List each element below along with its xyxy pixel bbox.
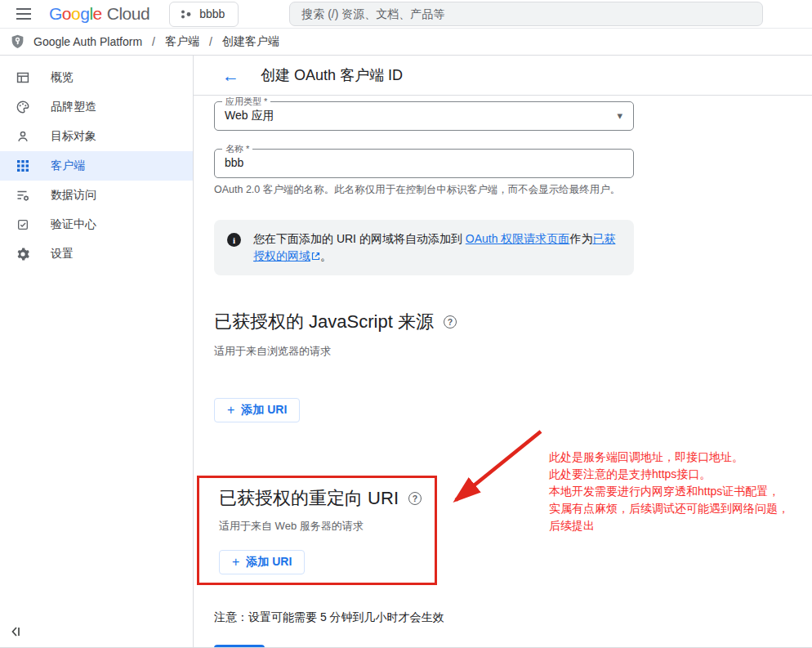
sidebar-item-label: 概览 [51, 70, 74, 85]
branding-palette-icon [16, 100, 30, 114]
google-cloud-console-page: Google Cloud bbbb Google Auth Platform /… [0, 0, 812, 648]
logo-letter: o [71, 4, 80, 23]
sidebar-item-label: 设置 [51, 247, 74, 261]
logo-cloud-text: Cloud [107, 4, 149, 24]
project-name: bbbb [199, 7, 225, 20]
logo-letter: o [62, 4, 71, 23]
breadcrumb: Google Auth Platform / 客户端 / 创建客户端 [0, 29, 812, 56]
client-name-field[interactable]: 名称 * [214, 149, 634, 178]
sidebar-item-label: 目标对象 [51, 129, 96, 144]
info-text-middle: 作为 [569, 232, 592, 245]
help-icon[interactable]: ? [444, 315, 457, 328]
verification-checkbox-icon [16, 217, 30, 232]
logo-letter: g [80, 4, 89, 23]
add-uri-button-redirect[interactable]: + 添加 URI [219, 550, 305, 574]
back-arrow-icon[interactable]: ← [219, 65, 243, 86]
project-selector[interactable]: bbbb [169, 2, 239, 27]
sidebar-item-branding[interactable]: 品牌塑造 [0, 92, 193, 122]
sidebar: 概览 品牌塑造 目标对象 客户端 数据访问 验证中心 [0, 56, 194, 648]
js-origins-title: 已获授权的 JavaScript 来源 [214, 310, 434, 334]
sidebar-item-label: 品牌塑造 [51, 100, 96, 114]
client-name-helper: OAuth 2.0 客户端的名称。此名称仅用于在控制台中标识客户端，而不会显示给… [214, 183, 634, 197]
breadcrumb-app[interactable]: Google Auth Platform [33, 35, 142, 48]
sidebar-item-audience[interactable]: 目标对象 [0, 122, 193, 151]
sidebar-item-data-access[interactable]: 数据访问 [0, 181, 193, 210]
add-uri-label: 添加 URI [246, 555, 292, 570]
sidebar-item-verification[interactable]: 验证中心 [0, 210, 193, 239]
breadcrumb-create-client[interactable]: 创建客户端 [222, 34, 279, 49]
breadcrumb-clients[interactable]: 客户端 [165, 34, 199, 49]
add-uri-button-js[interactable]: + 添加 URI [214, 398, 300, 422]
annotation-red-box: 已获授权的重定向 URI ? 适用于来自 Web 服务器的请求 + 添加 URI [197, 476, 437, 585]
sidebar-item-clients[interactable]: 客户端 [0, 151, 193, 181]
logo-letter: G [49, 4, 62, 23]
propagation-note: 注意：设置可能需要 5 分钟到几小时才会生效 [214, 610, 812, 625]
data-access-icon [16, 188, 30, 203]
info-text-before: 您在下面添加的 URI 的网域将自动添加到 [253, 232, 466, 245]
sidebar-item-label: 数据访问 [51, 188, 96, 203]
main-content: ← 创建 OAuth 客户端 ID 应用类型 * Web 应用 ▾ 名称 * O… [194, 56, 812, 648]
breadcrumb-separator: / [207, 35, 214, 48]
create-button[interactable]: 创建 [214, 645, 265, 648]
overview-icon [16, 70, 30, 85]
app-type-select[interactable]: 应用类型 * Web 应用 ▾ [214, 101, 634, 131]
project-icon [180, 8, 192, 20]
menu-icon[interactable] [10, 2, 38, 26]
help-icon[interactable]: ? [408, 492, 422, 505]
js-origins-section: 已获授权的 JavaScript 来源 ? 适用于来自浏览器的请求 + 添加 U… [214, 310, 812, 422]
redirect-uris-section: 已获授权的重定向 URI ? 适用于来自 Web 服务器的请求 + 添加 URI [219, 486, 435, 574]
sidebar-item-settings[interactable]: 设置 [0, 239, 193, 269]
sidebar-item-label: 客户端 [51, 159, 85, 173]
client-name-input[interactable] [215, 150, 591, 176]
page-title: 创建 OAuth 客户端 ID [261, 65, 403, 85]
collapse-sidebar-icon[interactable] [5, 623, 26, 641]
audience-person-icon [16, 129, 30, 144]
redirect-uris-subtitle: 适用于来自 Web 服务器的请求 [219, 519, 435, 534]
plus-icon: + [232, 555, 239, 570]
external-link-icon [311, 252, 320, 261]
info-icon: i [227, 233, 241, 247]
info-text-after: 。 [320, 249, 332, 262]
js-origins-subtitle: 适用于来自浏览器的请求 [214, 344, 812, 359]
app-type-value: Web 应用 [215, 102, 633, 130]
google-cloud-logo[interactable]: Google Cloud [49, 4, 149, 24]
clients-apps-icon [16, 159, 30, 173]
sidebar-item-label: 验证中心 [51, 217, 96, 232]
info-box: i 您在下面添加的 URI 的网域将自动添加到 OAuth 权限请求页面作为已获… [214, 220, 634, 275]
breadcrumb-separator: / [150, 35, 157, 48]
app-type-label: 应用类型 * [222, 96, 270, 108]
form-actions: 创建 取消 [214, 645, 812, 648]
oauth-consent-page-link[interactable]: OAuth 权限请求页面 [466, 232, 570, 245]
info-text: 您在下面添加的 URI 的网域将自动添加到 OAuth 权限请求页面作为已获授权… [253, 230, 621, 265]
search-box[interactable] [289, 2, 763, 26]
top-bar: Google Cloud bbbb [0, 0, 812, 29]
settings-gear-icon [16, 247, 30, 261]
hamburger-icon [16, 7, 31, 20]
plus-icon: + [227, 403, 234, 418]
page-header: ← 创建 OAuth 客户端 ID [194, 56, 812, 96]
auth-platform-shield-icon [10, 34, 25, 50]
search-input[interactable] [301, 7, 751, 20]
sidebar-item-overview[interactable]: 概览 [0, 63, 193, 92]
client-name-label: 名称 * [222, 143, 252, 155]
add-uri-label: 添加 URI [241, 403, 287, 418]
logo-letter: e [93, 4, 102, 23]
chevron-down-icon[interactable]: ▾ [617, 109, 622, 122]
redirect-uris-title: 已获授权的重定向 URI [219, 486, 399, 511]
